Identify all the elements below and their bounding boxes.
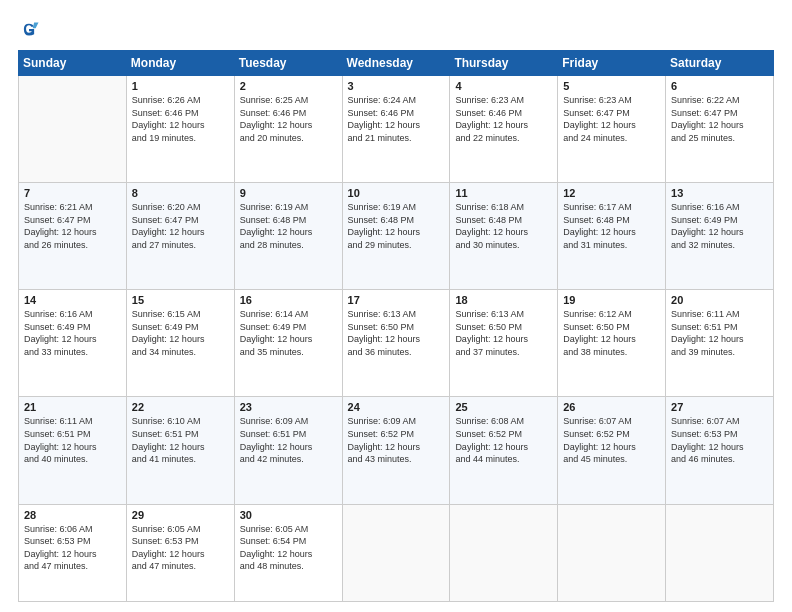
day-number: 8: [132, 187, 229, 199]
day-number: 16: [240, 294, 337, 306]
day-number: 2: [240, 80, 337, 92]
calendar-cell: 29Sunrise: 6:05 AM Sunset: 6:53 PM Dayli…: [126, 504, 234, 601]
calendar-cell: 9Sunrise: 6:19 AM Sunset: 6:48 PM Daylig…: [234, 183, 342, 290]
calendar-header-row: SundayMondayTuesdayWednesdayThursdayFrid…: [19, 51, 774, 76]
calendar-cell: 14Sunrise: 6:16 AM Sunset: 6:49 PM Dayli…: [19, 290, 127, 397]
day-number: 4: [455, 80, 552, 92]
day-number: 27: [671, 401, 768, 413]
day-number: 25: [455, 401, 552, 413]
week-row-3: 21Sunrise: 6:11 AM Sunset: 6:51 PM Dayli…: [19, 397, 774, 504]
day-info: Sunrise: 6:06 AM Sunset: 6:53 PM Dayligh…: [24, 523, 121, 573]
calendar-cell: 26Sunrise: 6:07 AM Sunset: 6:52 PM Dayli…: [558, 397, 666, 504]
week-row-2: 14Sunrise: 6:16 AM Sunset: 6:49 PM Dayli…: [19, 290, 774, 397]
calendar-cell: 4Sunrise: 6:23 AM Sunset: 6:46 PM Daylig…: [450, 76, 558, 183]
day-number: 20: [671, 294, 768, 306]
day-number: 10: [348, 187, 445, 199]
day-number: 7: [24, 187, 121, 199]
day-number: 24: [348, 401, 445, 413]
day-number: 26: [563, 401, 660, 413]
calendar-cell: 3Sunrise: 6:24 AM Sunset: 6:46 PM Daylig…: [342, 76, 450, 183]
day-info: Sunrise: 6:15 AM Sunset: 6:49 PM Dayligh…: [132, 308, 229, 358]
week-row-1: 7Sunrise: 6:21 AM Sunset: 6:47 PM Daylig…: [19, 183, 774, 290]
day-number: 9: [240, 187, 337, 199]
day-header-friday: Friday: [558, 51, 666, 76]
calendar-cell: [558, 504, 666, 601]
day-number: 3: [348, 80, 445, 92]
day-number: 14: [24, 294, 121, 306]
calendar-cell: 2Sunrise: 6:25 AM Sunset: 6:46 PM Daylig…: [234, 76, 342, 183]
day-info: Sunrise: 6:25 AM Sunset: 6:46 PM Dayligh…: [240, 94, 337, 144]
day-number: 30: [240, 509, 337, 521]
day-info: Sunrise: 6:20 AM Sunset: 6:47 PM Dayligh…: [132, 201, 229, 251]
calendar-cell: 15Sunrise: 6:15 AM Sunset: 6:49 PM Dayli…: [126, 290, 234, 397]
calendar-cell: 21Sunrise: 6:11 AM Sunset: 6:51 PM Dayli…: [19, 397, 127, 504]
day-header-wednesday: Wednesday: [342, 51, 450, 76]
calendar-cell: 20Sunrise: 6:11 AM Sunset: 6:51 PM Dayli…: [666, 290, 774, 397]
day-number: 12: [563, 187, 660, 199]
day-header-sunday: Sunday: [19, 51, 127, 76]
calendar-cell: 25Sunrise: 6:08 AM Sunset: 6:52 PM Dayli…: [450, 397, 558, 504]
day-number: 17: [348, 294, 445, 306]
day-number: 1: [132, 80, 229, 92]
day-number: 29: [132, 509, 229, 521]
day-info: Sunrise: 6:09 AM Sunset: 6:51 PM Dayligh…: [240, 415, 337, 465]
day-number: 21: [24, 401, 121, 413]
day-info: Sunrise: 6:26 AM Sunset: 6:46 PM Dayligh…: [132, 94, 229, 144]
day-number: 13: [671, 187, 768, 199]
day-info: Sunrise: 6:17 AM Sunset: 6:48 PM Dayligh…: [563, 201, 660, 251]
calendar: SundayMondayTuesdayWednesdayThursdayFrid…: [18, 50, 774, 602]
week-row-0: 1Sunrise: 6:26 AM Sunset: 6:46 PM Daylig…: [19, 76, 774, 183]
calendar-cell: 16Sunrise: 6:14 AM Sunset: 6:49 PM Dayli…: [234, 290, 342, 397]
day-number: 28: [24, 509, 121, 521]
calendar-cell: 6Sunrise: 6:22 AM Sunset: 6:47 PM Daylig…: [666, 76, 774, 183]
day-number: 15: [132, 294, 229, 306]
day-info: Sunrise: 6:14 AM Sunset: 6:49 PM Dayligh…: [240, 308, 337, 358]
day-info: Sunrise: 6:16 AM Sunset: 6:49 PM Dayligh…: [24, 308, 121, 358]
calendar-cell: 7Sunrise: 6:21 AM Sunset: 6:47 PM Daylig…: [19, 183, 127, 290]
day-number: 5: [563, 80, 660, 92]
day-info: Sunrise: 6:10 AM Sunset: 6:51 PM Dayligh…: [132, 415, 229, 465]
day-info: Sunrise: 6:05 AM Sunset: 6:53 PM Dayligh…: [132, 523, 229, 573]
calendar-cell: 1Sunrise: 6:26 AM Sunset: 6:46 PM Daylig…: [126, 76, 234, 183]
day-info: Sunrise: 6:23 AM Sunset: 6:47 PM Dayligh…: [563, 94, 660, 144]
day-info: Sunrise: 6:07 AM Sunset: 6:53 PM Dayligh…: [671, 415, 768, 465]
day-info: Sunrise: 6:19 AM Sunset: 6:48 PM Dayligh…: [348, 201, 445, 251]
page: SundayMondayTuesdayWednesdayThursdayFrid…: [0, 0, 792, 612]
day-info: Sunrise: 6:05 AM Sunset: 6:54 PM Dayligh…: [240, 523, 337, 573]
day-info: Sunrise: 6:18 AM Sunset: 6:48 PM Dayligh…: [455, 201, 552, 251]
calendar-cell: 22Sunrise: 6:10 AM Sunset: 6:51 PM Dayli…: [126, 397, 234, 504]
day-info: Sunrise: 6:13 AM Sunset: 6:50 PM Dayligh…: [455, 308, 552, 358]
calendar-cell: 24Sunrise: 6:09 AM Sunset: 6:52 PM Dayli…: [342, 397, 450, 504]
day-info: Sunrise: 6:21 AM Sunset: 6:47 PM Dayligh…: [24, 201, 121, 251]
day-header-thursday: Thursday: [450, 51, 558, 76]
calendar-cell: 23Sunrise: 6:09 AM Sunset: 6:51 PM Dayli…: [234, 397, 342, 504]
day-number: 22: [132, 401, 229, 413]
day-number: 19: [563, 294, 660, 306]
logo: [18, 18, 44, 40]
day-info: Sunrise: 6:08 AM Sunset: 6:52 PM Dayligh…: [455, 415, 552, 465]
day-info: Sunrise: 6:16 AM Sunset: 6:49 PM Dayligh…: [671, 201, 768, 251]
calendar-cell: [19, 76, 127, 183]
day-number: 6: [671, 80, 768, 92]
calendar-cell: 10Sunrise: 6:19 AM Sunset: 6:48 PM Dayli…: [342, 183, 450, 290]
logo-icon: [18, 18, 40, 40]
calendar-cell: [450, 504, 558, 601]
week-row-4: 28Sunrise: 6:06 AM Sunset: 6:53 PM Dayli…: [19, 504, 774, 601]
day-header-monday: Monday: [126, 51, 234, 76]
calendar-cell: 18Sunrise: 6:13 AM Sunset: 6:50 PM Dayli…: [450, 290, 558, 397]
calendar-cell: 30Sunrise: 6:05 AM Sunset: 6:54 PM Dayli…: [234, 504, 342, 601]
day-info: Sunrise: 6:22 AM Sunset: 6:47 PM Dayligh…: [671, 94, 768, 144]
calendar-cell: 8Sunrise: 6:20 AM Sunset: 6:47 PM Daylig…: [126, 183, 234, 290]
calendar-cell: 5Sunrise: 6:23 AM Sunset: 6:47 PM Daylig…: [558, 76, 666, 183]
day-info: Sunrise: 6:13 AM Sunset: 6:50 PM Dayligh…: [348, 308, 445, 358]
calendar-cell: 27Sunrise: 6:07 AM Sunset: 6:53 PM Dayli…: [666, 397, 774, 504]
day-info: Sunrise: 6:09 AM Sunset: 6:52 PM Dayligh…: [348, 415, 445, 465]
day-info: Sunrise: 6:19 AM Sunset: 6:48 PM Dayligh…: [240, 201, 337, 251]
calendar-cell: [666, 504, 774, 601]
day-header-tuesday: Tuesday: [234, 51, 342, 76]
calendar-cell: 19Sunrise: 6:12 AM Sunset: 6:50 PM Dayli…: [558, 290, 666, 397]
calendar-cell: [342, 504, 450, 601]
day-info: Sunrise: 6:23 AM Sunset: 6:46 PM Dayligh…: [455, 94, 552, 144]
calendar-cell: 11Sunrise: 6:18 AM Sunset: 6:48 PM Dayli…: [450, 183, 558, 290]
calendar-cell: 17Sunrise: 6:13 AM Sunset: 6:50 PM Dayli…: [342, 290, 450, 397]
